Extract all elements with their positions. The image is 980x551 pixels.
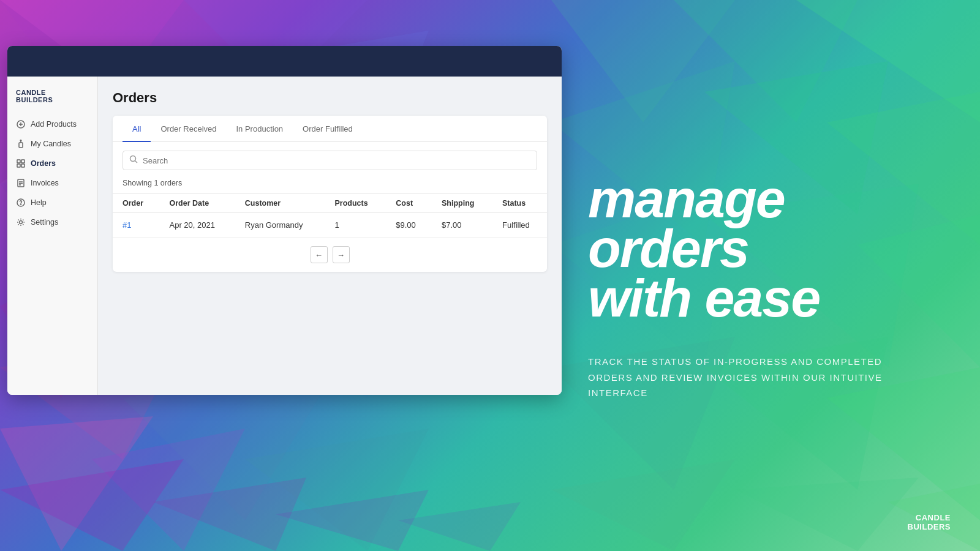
search-input[interactable] (143, 156, 530, 165)
sidebar-item-add-products[interactable]: Add Products (7, 114, 97, 134)
sidebar-logo: CANDLE BUILDERS (7, 81, 97, 111)
svg-rect-36 (19, 143, 23, 148)
cell-order-id[interactable]: #1 (113, 213, 159, 238)
col-header-cost: Cost (386, 194, 432, 213)
main-content: Orders All Order Received In Production … (98, 77, 562, 395)
sidebar-item-label: Invoices (31, 179, 59, 187)
app-window: CANDLE BUILDERS Add Products (7, 46, 562, 395)
cell-cost: $9.00 (386, 213, 432, 238)
tab-order-fulfilled[interactable]: Order Fulfilled (293, 116, 363, 142)
col-header-shipping: Shipping (432, 194, 492, 213)
tab-all[interactable]: All (123, 116, 151, 142)
marketing-subtext: TRACK THE STATUS OF IN-PROGRESS AND COMP… (588, 354, 894, 401)
tab-order-received[interactable]: Order Received (151, 116, 226, 142)
cell-order-date: Apr 20, 2021 (159, 213, 235, 238)
svg-rect-42 (21, 164, 24, 167)
app-body: CANDLE BUILDERS Add Products (7, 77, 562, 395)
sidebar-item-label: My Candles (31, 140, 71, 148)
col-header-order-date: Order Date (159, 194, 235, 213)
sidebar-item-label: Settings (31, 218, 58, 227)
sidebar: CANDLE BUILDERS Add Products (7, 77, 98, 395)
sidebar-logo-text: CANDLE BUILDERS (16, 89, 89, 103)
svg-point-48 (20, 204, 21, 204)
search-container (113, 142, 547, 179)
cell-products: 1 (325, 213, 386, 238)
document-icon (16, 178, 26, 188)
cell-status: Fulfilled (492, 213, 547, 238)
sidebar-item-settings[interactable]: Settings (7, 212, 97, 232)
sidebar-item-orders[interactable]: Orders (7, 154, 97, 173)
sidebar-item-label: Help (31, 198, 47, 207)
orders-panel: All Order Received In Production Order F… (113, 116, 547, 272)
search-icon (129, 155, 138, 166)
page-title: Orders (113, 90, 547, 106)
tab-in-production[interactable]: In Production (227, 116, 293, 142)
marketing-headline: manage orders with ease (588, 174, 943, 323)
col-header-customer: Customer (235, 194, 325, 213)
orders-table: Order Order Date Customer Products Cost … (113, 193, 547, 238)
svg-point-50 (130, 156, 136, 162)
plus-circle-icon (16, 119, 26, 129)
bottom-logo-text: CANDLE BUILDERS (908, 514, 951, 531)
grid-icon (16, 159, 26, 168)
table-row: #1 Apr 20, 2021 Ryan Gormandy 1 $9.00 $7… (113, 213, 547, 238)
svg-point-38 (20, 140, 21, 141)
svg-point-49 (20, 221, 23, 224)
col-header-products: Products (325, 194, 386, 213)
tabs-container: All Order Received In Production Order F… (113, 116, 547, 142)
sidebar-item-invoices[interactable]: Invoices (7, 173, 97, 193)
pagination-prev-button[interactable]: ← (311, 246, 328, 263)
svg-rect-40 (21, 160, 24, 163)
svg-line-51 (135, 161, 138, 163)
pagination-next-button[interactable]: → (333, 246, 350, 263)
cell-customer: Ryan Gormandy (235, 213, 325, 238)
col-header-status: Status (492, 194, 547, 213)
sidebar-item-help[interactable]: Help (7, 193, 97, 212)
bottom-logo: CANDLE BUILDERS (908, 514, 951, 531)
sidebar-item-label: Add Products (31, 120, 77, 129)
candle-icon (16, 139, 26, 149)
cell-shipping: $7.00 (432, 213, 492, 238)
col-header-order: Order (113, 194, 159, 213)
svg-rect-41 (17, 164, 20, 167)
top-nav-bar (7, 46, 562, 77)
marketing-panel: manage orders with ease TRACK THE STATUS… (551, 0, 980, 551)
search-wrapper (123, 151, 537, 170)
sidebar-item-my-candles[interactable]: My Candles (7, 134, 97, 154)
sidebar-item-label: Orders (31, 159, 56, 168)
svg-rect-39 (17, 160, 20, 163)
showing-count: Showing 1 orders (113, 179, 547, 193)
pagination: ← → (113, 238, 547, 272)
help-circle-icon (16, 198, 26, 208)
gear-icon (16, 217, 26, 227)
